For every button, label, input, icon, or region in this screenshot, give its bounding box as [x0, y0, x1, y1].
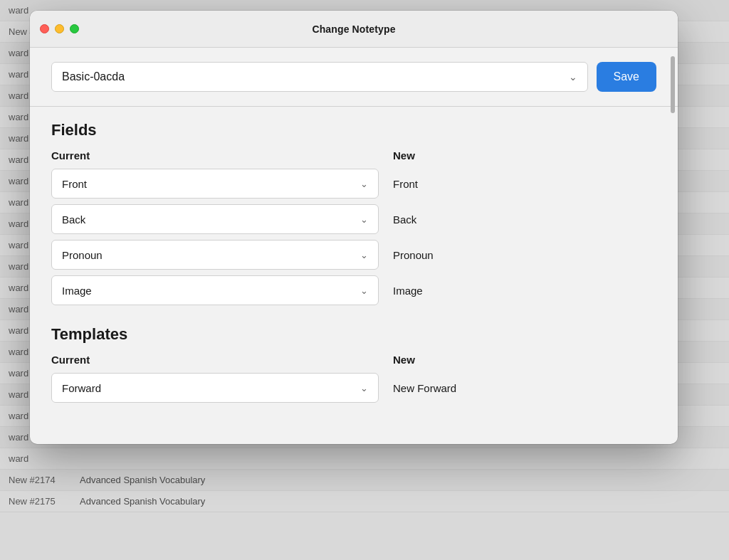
fields-section: Fields Current New Front ⌄ Front Back ⌄ … [51, 121, 656, 305]
scrollbar-thumb[interactable] [671, 56, 675, 113]
field-current-dropdown-back[interactable]: Back ⌄ [51, 204, 379, 234]
field-new-value-back: Back [393, 213, 416, 226]
templates-current-header: Current [51, 354, 393, 366]
field-chevron-icon-pronoun: ⌄ [360, 250, 368, 260]
field-row-back: Back ⌄ Back [51, 204, 656, 234]
fields-header-row: Current New [51, 149, 656, 162]
scrollbar-track[interactable] [670, 48, 676, 444]
notetype-chevron-icon: ⌄ [569, 71, 577, 83]
field-current-value-front: Front [62, 178, 87, 190]
template-current-value-forward: Forward [62, 382, 101, 394]
field-new-value-pronoun: Pronoun [393, 249, 434, 261]
field-current-dropdown-front[interactable]: Front ⌄ [51, 169, 379, 199]
header-divider [30, 106, 678, 107]
fields-new-header: New [393, 149, 656, 162]
save-button[interactable]: Save [597, 62, 656, 92]
template-row-forward: Forward ⌄ New Forward [51, 373, 656, 403]
field-current-dropdown-pronoun[interactable]: Pronoun ⌄ [51, 240, 379, 270]
templates-new-header: New [393, 354, 656, 366]
close-button[interactable] [40, 24, 49, 33]
field-current-dropdown-image[interactable]: Image ⌄ [51, 275, 379, 305]
notetype-value: Basic-0acda [62, 70, 125, 83]
window-controls [40, 24, 79, 33]
field-current-value-back: Back [62, 213, 85, 226]
templates-section: Templates Current New Forward ⌄ New Forw… [51, 325, 656, 403]
field-current-value-pronoun: Pronoun [62, 249, 103, 261]
field-chevron-icon-back: ⌄ [360, 214, 368, 225]
field-chevron-icon-front: ⌄ [360, 179, 368, 189]
field-row-pronoun: Pronoun ⌄ Pronoun [51, 240, 656, 270]
field-new-value-front: Front [393, 178, 418, 190]
dialog-title: Change Notetype [312, 23, 395, 35]
template-chevron-icon-forward: ⌄ [360, 383, 368, 393]
field-row-front: Front ⌄ Front [51, 169, 656, 199]
dialog-body: Basic-0acda ⌄ Save Fields Current New Fr… [30, 48, 678, 444]
field-current-value-image: Image [62, 285, 92, 297]
templates-header-row: Current New [51, 354, 656, 366]
field-chevron-icon-image: ⌄ [360, 285, 368, 296]
notetype-dropdown[interactable]: Basic-0acda ⌄ [51, 62, 588, 92]
title-bar: Change Notetype [30, 11, 678, 48]
maximize-button[interactable] [70, 24, 79, 33]
field-row-image: Image ⌄ Image [51, 275, 656, 305]
templates-section-title: Templates [51, 325, 656, 344]
field-new-value-image: Image [393, 285, 423, 297]
template-current-dropdown-forward[interactable]: Forward ⌄ [51, 373, 379, 403]
template-new-value-forward: New Forward [393, 382, 456, 394]
fields-section-title: Fields [51, 121, 656, 139]
notetype-selector-row: Basic-0acda ⌄ Save [51, 62, 656, 92]
fields-current-header: Current [51, 149, 393, 162]
minimize-button[interactable] [55, 24, 64, 33]
change-notetype-dialog: Change Notetype Basic-0acda ⌄ Save Field… [30, 11, 678, 444]
